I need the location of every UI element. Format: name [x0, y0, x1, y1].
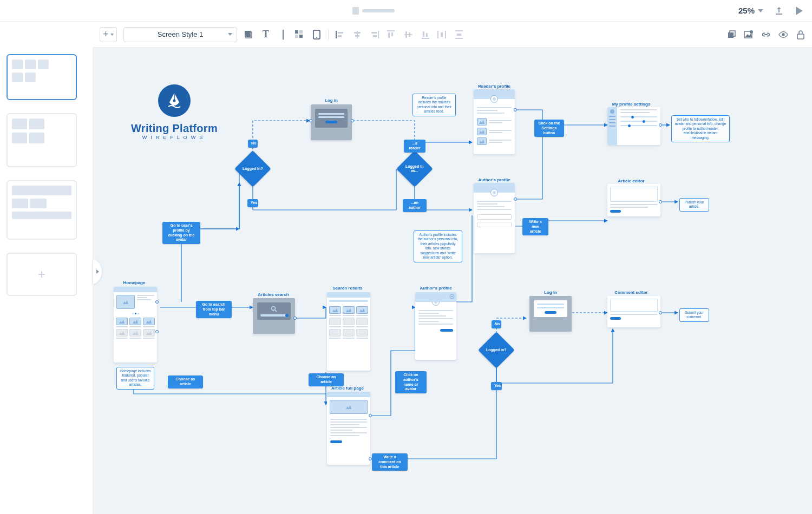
svg-rect-26 [437, 31, 438, 38]
screen-title-login-2: Log in [544, 290, 557, 295]
screen-title-search-results: Search results [332, 286, 362, 291]
document-icon [352, 7, 359, 15]
screen-title-homepage: Homepage [123, 280, 146, 285]
line-icon[interactable] [278, 30, 288, 39]
link-icon[interactable] [761, 30, 771, 39]
align-center-h-icon[interactable] [352, 30, 362, 39]
svg-marker-42 [479, 120, 484, 124]
align-left-icon[interactable] [335, 30, 345, 39]
zoom-level: 25% [738, 6, 755, 15]
distribute-v-icon[interactable] [454, 30, 464, 39]
action-choose-article-1: Choose an article [168, 375, 203, 388]
screen-homepage[interactable] [114, 287, 157, 363]
branch-label-yes: Yes [247, 199, 258, 207]
page-thumbnail[interactable] [6, 54, 77, 100]
screen-comment-editor[interactable] [607, 296, 660, 327]
project-logo: Writing Platform WIREFLOWS [131, 84, 218, 140]
action-click-settings: Click on the Settings button [534, 120, 564, 137]
action-goto-profile: Go to user's profile by clicking on the … [162, 222, 200, 244]
toolbar: + Screen Style 1 T [93, 22, 812, 48]
svg-marker-46 [119, 320, 125, 324]
note-readers-profile: Reader's profile includes the reader's p… [412, 94, 456, 116]
action-write-comment: Write a comment on this article [372, 453, 408, 471]
screen-article-full-page[interactable] [327, 392, 370, 465]
screen-login-2[interactable] [529, 296, 572, 332]
sidebar-collapse-handle[interactable] [93, 259, 103, 285]
screen-title-articles-search: Articles search [258, 292, 289, 297]
align-center-v-icon[interactable] [403, 30, 413, 39]
decision-logged-in[interactable]: Logged in? [234, 150, 271, 187]
screen-title-login: Log in [325, 98, 338, 103]
zoom-control[interactable]: 25% [738, 6, 763, 15]
distribute-h-icon[interactable] [437, 30, 447, 39]
device-icon[interactable] [312, 30, 322, 39]
eye-icon[interactable] [778, 30, 788, 39]
lock-icon[interactable] [796, 30, 806, 39]
svg-rect-12 [354, 32, 361, 34]
svg-rect-30 [455, 38, 463, 39]
add-page-button[interactable]: + [6, 253, 77, 296]
screen-authors-profile-2[interactable] [415, 292, 456, 360]
svg-marker-51 [146, 331, 152, 335]
screen-profile-settings[interactable] [607, 107, 660, 145]
screen-login[interactable] [311, 104, 352, 140]
svg-rect-24 [423, 31, 424, 37]
svg-rect-28 [441, 32, 443, 37]
align-right-icon[interactable] [370, 30, 379, 39]
svg-rect-16 [373, 35, 377, 37]
svg-marker-56 [359, 308, 365, 312]
branch-label-no-2: No [492, 320, 501, 328]
play-icon[interactable] [795, 6, 803, 16]
text-icon[interactable]: T [261, 30, 271, 39]
screen-articles-search[interactable] [253, 298, 295, 334]
svg-marker-45 [123, 300, 128, 304]
svg-marker-47 [133, 320, 138, 324]
svg-rect-13 [355, 35, 359, 37]
screen-authors-profile[interactable] [474, 183, 515, 253]
grid-icon[interactable] [294, 30, 304, 39]
svg-marker-49 [119, 331, 125, 335]
svg-rect-9 [338, 32, 343, 34]
note-submit-comment: Submit your comment. [679, 308, 709, 322]
svg-rect-3 [299, 30, 303, 34]
svg-marker-59 [346, 405, 351, 409]
svg-rect-19 [391, 32, 393, 36]
svg-rect-29 [455, 30, 463, 31]
style-selector[interactable]: Screen Style 1 [123, 27, 237, 42]
branch-label-author: ...an author [403, 199, 427, 212]
svg-rect-4 [295, 35, 298, 38]
screen-title-profile-settings: My profile settings [612, 102, 651, 107]
branch-label-reader: ...a reader [404, 140, 425, 153]
page-thumbnails-sidebar: + [0, 48, 93, 514]
upload-icon[interactable] [774, 6, 784, 16]
action-choose-article-2: Choose an article [309, 373, 344, 386]
canvas[interactable]: Writing Platform WIREFLOWS Logged in? No… [93, 48, 812, 514]
page-thumbnail[interactable] [6, 113, 77, 167]
note-homepage: Homepage includes featured, popular and … [116, 367, 154, 390]
page-thumbnail[interactable] [6, 180, 77, 240]
svg-marker-55 [346, 308, 351, 312]
svg-rect-18 [388, 32, 390, 38]
align-bottom-icon[interactable] [421, 30, 430, 39]
screen-title-readers-profile: Reader's profile [478, 84, 510, 89]
copy-layers-icon[interactable] [726, 30, 736, 39]
align-top-icon[interactable] [386, 30, 396, 39]
note-profile-settings: Set who to follow/unfollow, edit avatar … [671, 115, 730, 142]
screen-stack-icon[interactable] [244, 30, 253, 39]
decision-logged-in-2[interactable]: Logged in? [478, 332, 515, 368]
screen-title-authors-profile-2: Author's profile [420, 286, 451, 291]
add-button[interactable]: + [100, 27, 117, 42]
screen-title-comment-editor: Comment editor [614, 290, 647, 295]
decision-logged-in-as[interactable]: Logged in as... [396, 150, 433, 187]
document-title[interactable] [9, 7, 738, 15]
svg-point-36 [750, 30, 753, 34]
svg-rect-8 [336, 31, 337, 38]
screen-article-editor[interactable] [607, 184, 660, 216]
svg-rect-22 [409, 32, 410, 37]
screen-readers-profile[interactable] [474, 89, 515, 154]
note-authors-profile: Author's profile includes the author's p… [414, 230, 462, 262]
action-goto-search: Go to search from top bar menu [196, 301, 232, 318]
screen-search-results[interactable] [327, 292, 370, 371]
svg-point-58 [451, 296, 453, 298]
image-export-icon[interactable] [744, 30, 754, 39]
